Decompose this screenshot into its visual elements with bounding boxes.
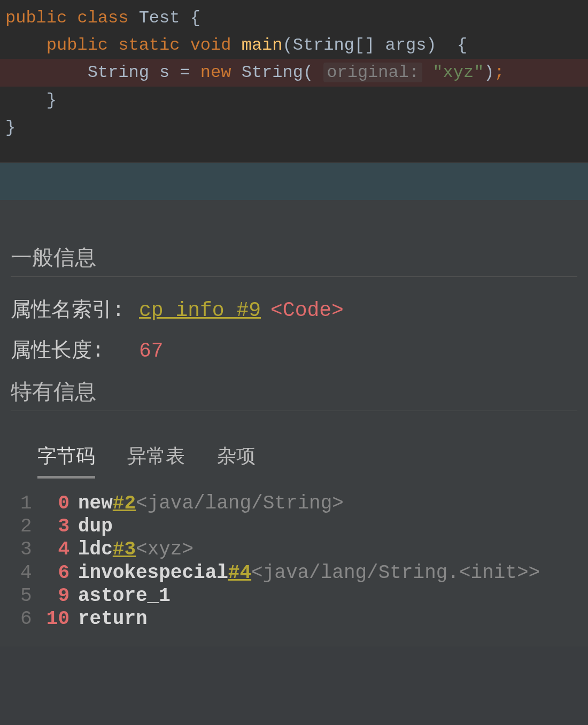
code-tag: <Code> (270, 299, 344, 322)
code-line-2: public static void main(String[] args) { (0, 32, 588, 59)
code-line-5: } (0, 114, 588, 141)
bytecode-list: 10new #2 <java/lang/String> 23dup 34ldc … (11, 492, 577, 630)
code-line-3: String s = new String( original: "xyz"); (0, 59, 588, 86)
code-line-4: } (0, 87, 588, 114)
bytecode-row[interactable]: 23dup (11, 515, 577, 538)
tab-misc[interactable]: 杂项 (217, 443, 256, 479)
code-editor[interactable]: public class Test { public static void m… (0, 0, 588, 163)
bytecode-row[interactable]: 59astore_1 (11, 584, 577, 607)
attr-name-index-row: 属性名索引: cp_info #9 <Code> (11, 296, 577, 323)
attr-length-value: 67 (139, 340, 164, 362)
attr-length-label: 属性长度: (11, 336, 139, 364)
code-line-1: public class Test { (0, 4, 588, 32)
tab-bytecode[interactable]: 字节码 (37, 443, 95, 479)
attr-name-index-label: 属性名索引: (11, 296, 139, 323)
bytecode-row[interactable]: 34ldc #3 <xyz> (11, 538, 577, 561)
bytecode-row[interactable]: 10new #2 <java/lang/String> (11, 492, 577, 515)
general-info-header: 一般信息 (11, 243, 577, 277)
bytecode-row[interactable]: 610return (11, 607, 577, 630)
tabs: 字节码 异常表 杂项 (11, 443, 577, 479)
divider-bar (0, 163, 588, 200)
cp-ref-link[interactable]: #4 (228, 561, 251, 584)
tab-exception-table[interactable]: 异常表 (127, 443, 185, 479)
cp-info-link[interactable]: cp_info #9 (139, 299, 261, 322)
bytecode-row[interactable]: 46invokespecial #4 <java/lang/String.<in… (11, 561, 577, 584)
specific-info-header: 特有信息 (11, 377, 577, 411)
attr-length-row: 属性长度: 67 (11, 336, 577, 364)
info-panel: 一般信息 属性名索引: cp_info #9 <Code> 属性长度: 67 特… (0, 200, 588, 646)
param-hint: original: (323, 63, 422, 82)
cp-ref-link[interactable]: #3 (113, 538, 136, 561)
cp-ref-link[interactable]: #2 (113, 492, 136, 515)
